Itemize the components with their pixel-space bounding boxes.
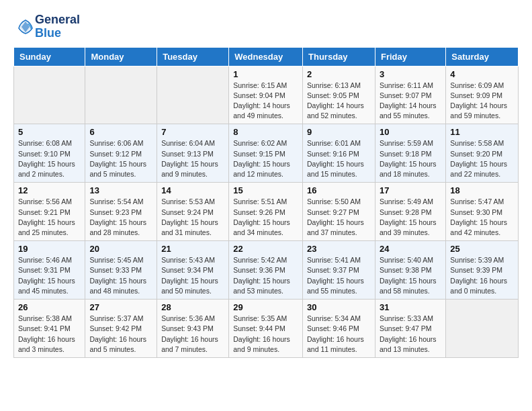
logo: GeneralBlue <box>13 13 80 40</box>
day-number: 26 <box>18 302 81 312</box>
calendar-cell: 1Sunrise: 6:15 AM Sunset: 9:04 PM Daylig… <box>229 66 303 124</box>
day-header-monday: Monday <box>85 47 157 66</box>
calendar-cell <box>157 66 229 124</box>
calendar-cell: 21Sunrise: 5:43 AM Sunset: 9:34 PM Dayli… <box>157 241 229 300</box>
day-info: Sunrise: 5:58 AM Sunset: 9:20 PM Dayligh… <box>450 138 514 179</box>
day-number: 19 <box>18 244 81 254</box>
week-row-4: 19Sunrise: 5:46 AM Sunset: 9:31 PM Dayli… <box>14 241 519 300</box>
day-number: 31 <box>380 302 441 312</box>
calendar-cell: 15Sunrise: 5:51 AM Sunset: 9:26 PM Dayli… <box>229 183 303 241</box>
calendar-cell: 13Sunrise: 5:54 AM Sunset: 9:23 PM Dayli… <box>85 183 157 241</box>
day-number: 5 <box>18 127 81 137</box>
day-info: Sunrise: 6:09 AM Sunset: 9:09 PM Dayligh… <box>450 81 514 122</box>
day-info: Sunrise: 5:53 AM Sunset: 9:24 PM Dayligh… <box>161 197 224 238</box>
day-number: 10 <box>380 127 441 137</box>
day-info: Sunrise: 6:02 AM Sunset: 9:15 PM Dayligh… <box>233 138 298 179</box>
calendar-cell: 31Sunrise: 5:33 AM Sunset: 9:47 PM Dayli… <box>375 300 445 358</box>
day-header-tuesday: Tuesday <box>157 47 229 66</box>
day-info: Sunrise: 5:39 AM Sunset: 9:39 PM Dayligh… <box>450 255 514 296</box>
calendar-cell: 28Sunrise: 5:36 AM Sunset: 9:43 PM Dayli… <box>157 300 229 358</box>
calendar-cell: 17Sunrise: 5:49 AM Sunset: 9:28 PM Dayli… <box>375 183 445 241</box>
calendar-cell: 9Sunrise: 6:01 AM Sunset: 9:16 PM Daylig… <box>303 124 375 183</box>
calendar-cell: 25Sunrise: 5:39 AM Sunset: 9:39 PM Dayli… <box>446 241 519 300</box>
day-number: 17 <box>380 185 441 195</box>
calendar-cell: 23Sunrise: 5:41 AM Sunset: 9:37 PM Dayli… <box>303 241 375 300</box>
calendar-table: SundayMondayTuesdayWednesdayThursdayFrid… <box>13 47 519 358</box>
day-number: 21 <box>161 244 224 254</box>
day-header-saturday: Saturday <box>446 47 519 66</box>
calendar-cell: 6Sunrise: 6:06 AM Sunset: 9:12 PM Daylig… <box>85 124 157 183</box>
day-info: Sunrise: 6:04 AM Sunset: 9:13 PM Dayligh… <box>161 138 224 179</box>
day-info: Sunrise: 5:59 AM Sunset: 9:18 PM Dayligh… <box>380 138 441 179</box>
day-info: Sunrise: 5:41 AM Sunset: 9:37 PM Dayligh… <box>307 255 371 296</box>
calendar-cell: 27Sunrise: 5:37 AM Sunset: 9:42 PM Dayli… <box>85 300 157 358</box>
day-info: Sunrise: 5:33 AM Sunset: 9:47 PM Dayligh… <box>380 314 441 355</box>
week-row-3: 12Sunrise: 5:56 AM Sunset: 9:21 PM Dayli… <box>14 183 519 241</box>
day-number: 20 <box>89 244 152 254</box>
calendar-header-row: SundayMondayTuesdayWednesdayThursdayFrid… <box>14 47 519 66</box>
calendar-cell: 29Sunrise: 5:35 AM Sunset: 9:44 PM Dayli… <box>229 300 303 358</box>
calendar-cell: 30Sunrise: 5:34 AM Sunset: 9:46 PM Dayli… <box>303 300 375 358</box>
calendar-cell: 18Sunrise: 5:47 AM Sunset: 9:30 PM Dayli… <box>446 183 519 241</box>
day-info: Sunrise: 5:45 AM Sunset: 9:33 PM Dayligh… <box>89 255 152 296</box>
day-number: 27 <box>89 302 152 312</box>
day-info: Sunrise: 6:11 AM Sunset: 9:07 PM Dayligh… <box>380 81 441 122</box>
day-info: Sunrise: 5:40 AM Sunset: 9:38 PM Dayligh… <box>380 255 441 296</box>
calendar-cell: 8Sunrise: 6:02 AM Sunset: 9:15 PM Daylig… <box>229 124 303 183</box>
day-header-thursday: Thursday <box>303 47 375 66</box>
day-number: 29 <box>233 302 298 312</box>
day-info: Sunrise: 5:47 AM Sunset: 9:30 PM Dayligh… <box>450 197 514 238</box>
calendar-cell: 12Sunrise: 5:56 AM Sunset: 9:21 PM Dayli… <box>14 183 85 241</box>
week-row-1: 1Sunrise: 6:15 AM Sunset: 9:04 PM Daylig… <box>14 66 519 124</box>
day-number: 28 <box>161 302 224 312</box>
page-header: GeneralBlue <box>13 13 519 40</box>
calendar-cell: 20Sunrise: 5:45 AM Sunset: 9:33 PM Dayli… <box>85 241 157 300</box>
day-header-wednesday: Wednesday <box>229 47 303 66</box>
week-row-2: 5Sunrise: 6:08 AM Sunset: 9:10 PM Daylig… <box>14 124 519 183</box>
calendar-cell: 10Sunrise: 5:59 AM Sunset: 9:18 PM Dayli… <box>375 124 445 183</box>
day-number: 11 <box>450 127 514 137</box>
day-number: 3 <box>380 69 441 79</box>
day-number: 7 <box>161 127 224 137</box>
day-info: Sunrise: 5:36 AM Sunset: 9:43 PM Dayligh… <box>161 314 224 355</box>
calendar-cell: 26Sunrise: 5:38 AM Sunset: 9:41 PM Dayli… <box>14 300 85 358</box>
day-number: 4 <box>450 69 514 79</box>
day-info: Sunrise: 6:01 AM Sunset: 9:16 PM Dayligh… <box>307 138 371 179</box>
calendar-cell: 7Sunrise: 6:04 AM Sunset: 9:13 PM Daylig… <box>157 124 229 183</box>
calendar-cell: 5Sunrise: 6:08 AM Sunset: 9:10 PM Daylig… <box>14 124 85 183</box>
day-number: 24 <box>380 244 441 254</box>
day-number: 2 <box>307 69 371 79</box>
day-info: Sunrise: 6:15 AM Sunset: 9:04 PM Dayligh… <box>233 81 298 122</box>
calendar-cell <box>14 66 85 124</box>
calendar-cell: 11Sunrise: 5:58 AM Sunset: 9:20 PM Dayli… <box>446 124 519 183</box>
day-number: 15 <box>233 185 298 195</box>
day-info: Sunrise: 5:34 AM Sunset: 9:46 PM Dayligh… <box>307 314 371 355</box>
calendar-cell: 16Sunrise: 5:50 AM Sunset: 9:27 PM Dayli… <box>303 183 375 241</box>
week-row-5: 26Sunrise: 5:38 AM Sunset: 9:41 PM Dayli… <box>14 300 519 358</box>
day-number: 9 <box>307 127 371 137</box>
calendar-cell: 4Sunrise: 6:09 AM Sunset: 9:09 PM Daylig… <box>446 66 519 124</box>
day-number: 6 <box>89 127 152 137</box>
logo-text: GeneralBlue <box>35 13 80 40</box>
calendar-cell: 24Sunrise: 5:40 AM Sunset: 9:38 PM Dayli… <box>375 241 445 300</box>
calendar-cell: 3Sunrise: 6:11 AM Sunset: 9:07 PM Daylig… <box>375 66 445 124</box>
day-number: 23 <box>307 244 371 254</box>
day-info: Sunrise: 5:46 AM Sunset: 9:31 PM Dayligh… <box>18 255 81 296</box>
calendar-cell <box>85 66 157 124</box>
day-number: 22 <box>233 244 298 254</box>
day-header-sunday: Sunday <box>14 47 85 66</box>
day-number: 18 <box>450 185 514 195</box>
logo-icon <box>16 17 35 36</box>
day-info: Sunrise: 5:38 AM Sunset: 9:41 PM Dayligh… <box>18 314 81 355</box>
day-info: Sunrise: 5:37 AM Sunset: 9:42 PM Dayligh… <box>89 314 152 355</box>
day-info: Sunrise: 5:49 AM Sunset: 9:28 PM Dayligh… <box>380 197 441 238</box>
calendar-cell: 14Sunrise: 5:53 AM Sunset: 9:24 PM Dayli… <box>157 183 229 241</box>
calendar-cell: 22Sunrise: 5:42 AM Sunset: 9:36 PM Dayli… <box>229 241 303 300</box>
day-info: Sunrise: 5:56 AM Sunset: 9:21 PM Dayligh… <box>18 197 81 238</box>
day-number: 1 <box>233 69 298 79</box>
day-number: 12 <box>18 185 81 195</box>
day-info: Sunrise: 5:43 AM Sunset: 9:34 PM Dayligh… <box>161 255 224 296</box>
day-number: 8 <box>233 127 298 137</box>
day-info: Sunrise: 6:13 AM Sunset: 9:05 PM Dayligh… <box>307 81 371 122</box>
day-info: Sunrise: 5:42 AM Sunset: 9:36 PM Dayligh… <box>233 255 298 296</box>
